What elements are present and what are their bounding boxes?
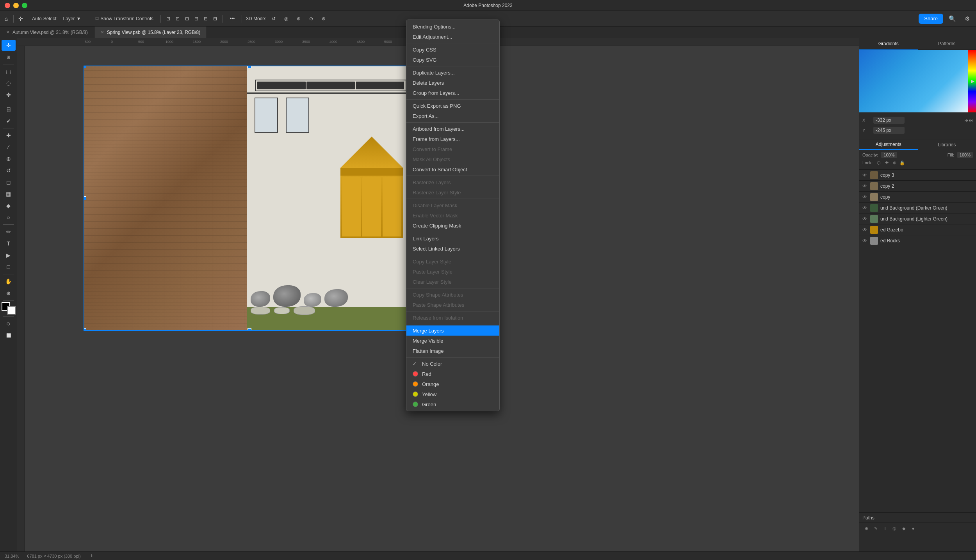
lock-artboard-btn[interactable]: ⊕ (891, 160, 898, 166)
menu-blending-options[interactable]: Blending Options... (406, 21, 499, 32)
layer-dropdown-btn[interactable]: Layer ▼ (60, 14, 84, 24)
align-bottom-btn[interactable]: ⊟ (212, 14, 219, 24)
globe-btn[interactable]: ◎ (281, 14, 291, 24)
menu-copy-svg[interactable]: Copy SVG (406, 55, 499, 65)
menu-link-layers[interactable]: Link Layers (406, 233, 499, 244)
layer-eye-icon[interactable]: 👁 (862, 205, 868, 211)
layer-eye-icon[interactable]: 👁 (862, 172, 868, 178)
y-value[interactable]: -245 px (873, 127, 905, 134)
layer-item-rocks[interactable]: 👁 ed Rocks (859, 235, 976, 246)
menu-color-green[interactable]: Green (406, 399, 499, 409)
align-top-btn[interactable]: ⊟ (193, 14, 200, 24)
menu-disable-layer-mask[interactable]: Disable Layer Mask (406, 200, 499, 210)
path-tool-4[interactable]: ◎ (891, 524, 898, 532)
lasso-tool[interactable]: ◌ (2, 78, 16, 89)
tab-libraries[interactable]: Libraries (918, 139, 976, 150)
eyedropper-tool[interactable]: ✔ (2, 116, 16, 126)
screen-mode-btn[interactable]: ⬜ (2, 330, 16, 341)
layer-item-copy3[interactable]: 👁 copy 3 (859, 170, 976, 181)
settings-button[interactable]: ⚙ (962, 14, 973, 24)
refresh-btn[interactable]: ↺ (269, 14, 279, 24)
gradient-swatch[interactable] (859, 50, 976, 112)
menu-convert-to-frame[interactable]: Convert to Frame (406, 144, 499, 154)
menu-group-from-layers[interactable]: Group from Layers... (406, 88, 499, 98)
menu-enable-vector-mask[interactable]: Enable Vector Mask (406, 210, 499, 220)
layer-item-background-lighter[interactable]: 👁 und Background (Lighter Green) (859, 213, 976, 224)
menu-merge-layers[interactable]: Merge Layers (406, 325, 499, 336)
gradient-expand-arrow[interactable]: ▶ (969, 77, 976, 85)
info-icon[interactable]: ℹ (89, 553, 95, 559)
menu-color-yellow[interactable]: Yellow (406, 389, 499, 399)
3d-roll-btn[interactable]: ⊛ (319, 14, 329, 24)
hand-tool[interactable]: ✋ (2, 276, 16, 287)
menu-color-orange[interactable]: Orange (406, 379, 499, 389)
menu-mask-all-objects[interactable]: Mask All Objects (406, 154, 499, 164)
3d-rotate-btn[interactable]: ⊕ (294, 14, 304, 24)
pen-tool[interactable]: ✏ (2, 226, 16, 237)
zoom-tool[interactable]: ⊕ (2, 288, 16, 299)
background-color[interactable] (7, 306, 16, 315)
clone-tool[interactable]: ⊕ (2, 153, 16, 164)
menu-rasterize-layers[interactable]: Rasterize Layers (406, 177, 499, 187)
path-select-tool[interactable]: ▶ (2, 250, 16, 261)
move-tool-icon[interactable]: ✛ (18, 16, 24, 22)
menu-merge-visible[interactable]: Merge Visible (406, 336, 499, 346)
selection-handle-bc[interactable] (248, 328, 251, 331)
menu-flatten-image[interactable]: Flatten Image (406, 346, 499, 356)
crop-tool[interactable]: ⌸ (2, 104, 16, 115)
menu-release-from-isolation[interactable]: Release from Isolation (406, 313, 499, 323)
move-tool[interactable]: ✛ (2, 40, 16, 51)
layer-eye-icon[interactable]: 👁 (862, 238, 868, 244)
magic-wand-tool[interactable]: ✤ (2, 89, 16, 100)
layer-item-copy[interactable]: 👁 copy (859, 192, 976, 203)
type-tool[interactable]: T (2, 238, 16, 249)
layer-eye-icon[interactable]: 👁 (862, 183, 868, 189)
eraser-tool[interactable]: ◻ (2, 177, 16, 188)
selection-handle-bl[interactable] (84, 328, 86, 331)
tab-adjustments[interactable]: Adjustments (859, 139, 918, 150)
path-tool-5[interactable]: ◆ (900, 524, 908, 532)
menu-delete-layers[interactable]: Delete Layers (406, 78, 499, 88)
blur-tool[interactable]: ◆ (2, 200, 16, 211)
home-icon[interactable]: ⌂ (3, 16, 9, 22)
menu-export-as[interactable]: Export As... (406, 111, 499, 121)
tab-close-spring[interactable]: ✕ (101, 30, 104, 34)
path-tool-2[interactable]: ✎ (872, 524, 880, 532)
path-tool-1[interactable]: ⊕ (862, 524, 870, 532)
share-button[interactable]: Share (919, 14, 943, 24)
menu-quick-export-png[interactable]: Quick Export as PNG (406, 101, 499, 111)
more-btn[interactable]: ••• (227, 14, 238, 24)
menu-frame-from-layers[interactable]: Frame from Layers... (406, 134, 499, 144)
heal-tool[interactable]: ✚ (2, 130, 16, 141)
menu-rasterize-layer-style[interactable]: Rasterize Layer Style (406, 187, 499, 197)
fill-value[interactable]: 100% (957, 152, 973, 158)
lock-pixels-btn[interactable]: ⬡ (876, 160, 882, 166)
align-left-btn[interactable]: ⊡ (165, 14, 172, 24)
path-tool-3[interactable]: T (881, 524, 889, 532)
menu-copy-css[interactable]: Copy CSS (406, 44, 499, 55)
tab-close-autumn[interactable]: ✕ (6, 30, 9, 34)
layer-eye-icon[interactable]: 👁 (862, 194, 868, 200)
x-value[interactable]: -332 px (873, 117, 905, 124)
menu-artboard-from-layers[interactable]: Artboard from Layers... (406, 124, 499, 134)
selection-handle-ml[interactable] (84, 196, 86, 200)
menu-paste-layer-style[interactable]: Paste Layer Style (406, 267, 499, 277)
align-right-btn[interactable]: ⊡ (183, 14, 191, 24)
menu-clear-layer-style[interactable]: Clear Layer Style (406, 277, 499, 287)
layer-item-copy2[interactable]: 👁 copy 2 (859, 181, 976, 192)
close-button[interactable] (5, 3, 10, 8)
menu-edit-adjustment[interactable]: Edit Adjustment... (406, 32, 499, 42)
menu-select-linked-layers[interactable]: Select Linked Layers (406, 244, 499, 254)
tab-patterns[interactable]: Patterns (918, 38, 976, 50)
menu-copy-layer-style[interactable]: Copy Layer Style (406, 256, 499, 267)
selection-handle-tl[interactable] (84, 66, 86, 68)
search-button[interactable]: 🔍 (946, 14, 959, 24)
opacity-value[interactable]: 100% (881, 152, 897, 158)
shape-tool[interactable]: □ (2, 261, 16, 272)
history-brush-tool[interactable]: ↺ (2, 165, 16, 176)
3d-pan-btn[interactable]: ⊙ (306, 14, 316, 24)
menu-create-clipping-mask[interactable]: Create Clipping Mask (406, 220, 499, 231)
lock-position-btn[interactable]: ✚ (883, 160, 890, 166)
layer-eye-icon[interactable]: 👁 (862, 227, 868, 233)
maximize-button[interactable] (22, 3, 27, 8)
